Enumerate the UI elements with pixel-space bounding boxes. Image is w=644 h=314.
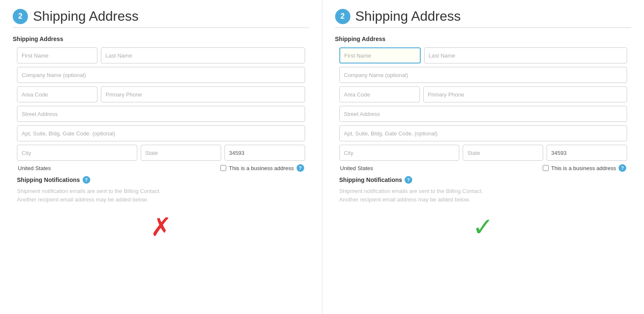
left-result-icon: ✗ <box>13 212 309 242</box>
right-section-header: 2 Shipping Address <box>335 8 632 24</box>
right-country-label: United States <box>340 165 373 171</box>
left-first-name-input[interactable] <box>17 47 97 63</box>
left-divider <box>13 28 309 28</box>
right-primary-phone-input[interactable] <box>423 86 627 102</box>
left-name-row <box>17 47 305 63</box>
left-business-checkbox[interactable] <box>220 165 226 171</box>
left-city-row <box>17 145 305 161</box>
right-name-row <box>339 47 627 63</box>
right-street-row <box>339 106 627 122</box>
left-state-input[interactable] <box>141 145 221 161</box>
right-city-input[interactable] <box>339 145 460 161</box>
right-business-address-row: This is a business address ? <box>543 164 626 172</box>
right-notifications-label: Shipping Notifications ? <box>339 176 627 184</box>
right-business-checkbox[interactable] <box>543 165 549 171</box>
right-first-name-input[interactable] <box>339 47 421 63</box>
left-city-input[interactable] <box>17 145 137 161</box>
left-company-row <box>17 67 305 83</box>
left-x-icon: ✗ <box>150 213 172 241</box>
right-business-label: This is a business address <box>551 165 616 171</box>
right-street-input[interactable] <box>339 106 627 122</box>
left-area-code-input[interactable] <box>17 86 97 102</box>
left-street-row <box>17 106 305 122</box>
right-company-row <box>339 67 627 83</box>
right-step-circle: 2 <box>335 9 350 24</box>
right-form: United States This is a business address… <box>335 47 632 204</box>
right-apt-input[interactable] <box>339 125 627 141</box>
right-country-row: United States This is a business address… <box>339 164 627 172</box>
left-panel: 2 Shipping Address Shipping Address <box>0 0 322 314</box>
left-apt-input[interactable] <box>17 125 305 141</box>
right-section-title: Shipping Address <box>355 8 461 24</box>
left-form-label: Shipping Address <box>13 36 309 42</box>
left-step-circle: 2 <box>13 9 28 24</box>
right-zip-input[interactable] <box>547 145 627 161</box>
left-apt-row <box>17 125 305 141</box>
right-company-input[interactable] <box>339 67 627 83</box>
left-business-help-icon[interactable]: ? <box>297 164 304 172</box>
left-section-header: 2 Shipping Address <box>13 8 309 24</box>
right-result-icon: ✓ <box>335 212 632 242</box>
left-company-input[interactable] <box>17 67 305 83</box>
left-primary-phone-input[interactable] <box>101 86 305 102</box>
right-last-name-input[interactable] <box>424 47 627 63</box>
right-check-icon: ✓ <box>472 213 494 241</box>
left-country-row: United States This is a business address… <box>17 164 305 172</box>
left-notifications-help-icon[interactable]: ? <box>83 176 90 184</box>
right-panel: 2 Shipping Address Shipping Address <box>322 0 644 314</box>
right-city-row <box>339 145 627 161</box>
right-divider <box>335 28 632 28</box>
left-phone-row <box>17 86 305 102</box>
left-business-label: This is a business address <box>229 165 294 171</box>
left-business-address-row: This is a business address ? <box>220 164 304 172</box>
right-form-label: Shipping Address <box>335 36 632 42</box>
left-street-input[interactable] <box>17 106 305 122</box>
right-area-code-input[interactable] <box>339 86 420 102</box>
left-notifications-label: Shipping Notifications ? <box>17 176 305 184</box>
left-form: United States This is a business address… <box>13 47 309 204</box>
right-notifications-text: Shipment notification emails are sent to… <box>339 187 627 204</box>
right-business-help-icon[interactable]: ? <box>619 164 626 172</box>
left-notifications-text: Shipment notification emails are sent to… <box>17 187 305 204</box>
right-notifications-help-icon[interactable]: ? <box>405 176 412 184</box>
left-last-name-input[interactable] <box>101 47 305 63</box>
right-phone-row <box>339 86 627 102</box>
left-section-title: Shipping Address <box>33 8 139 24</box>
left-country-label: United States <box>18 165 51 171</box>
left-zip-input[interactable] <box>225 145 305 161</box>
right-apt-row <box>339 125 627 141</box>
right-state-input[interactable] <box>463 145 543 161</box>
